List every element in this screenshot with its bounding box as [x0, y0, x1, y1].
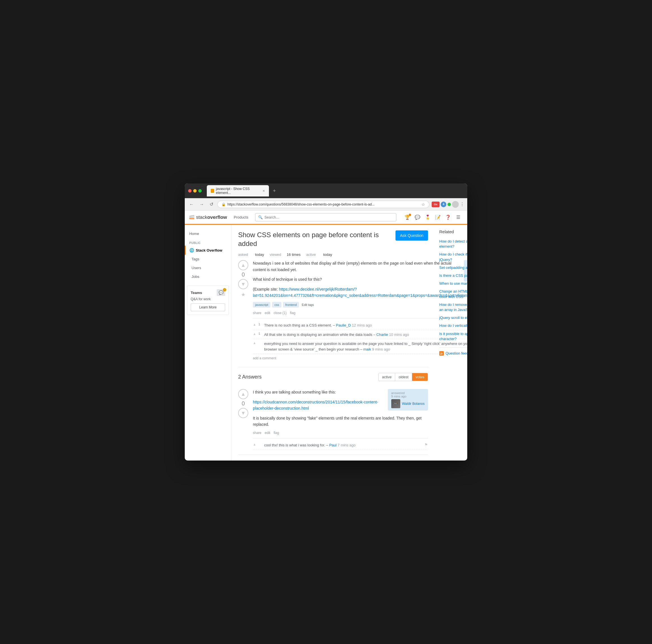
tags-label: Tags — [192, 257, 199, 261]
answer-upvote-button[interactable]: ▲ — [238, 389, 248, 399]
answer-vote-column: ▲ 0 ▼ — [238, 389, 248, 450]
comment-2-user[interactable]: Charlie — [376, 332, 388, 337]
last-comment-score — [259, 442, 262, 446]
answer-post-actions: share edit flag — [253, 431, 428, 435]
teams-icon: 💬 — [217, 289, 225, 296]
flag-link[interactable]: flag — [290, 311, 295, 315]
comment-3-user[interactable]: maik — [363, 347, 371, 352]
nav-products[interactable]: Products — [232, 214, 250, 221]
ask-question-button[interactable]: Ask Question — [396, 230, 428, 240]
related-item-9[interactable]: Is it possible to apply CSS to half of a… — [439, 330, 467, 343]
achievements-icon[interactable]: 🏆 — [403, 213, 412, 222]
related-item-7[interactable]: jQuery scroll to element — [439, 314, 467, 322]
forward-button[interactable]: → — [198, 201, 206, 208]
address-icons: On 4 ⋮ — [432, 201, 464, 208]
stat-viewed-val: 16 times — [287, 253, 301, 257]
answer-vote-count: 0 — [242, 400, 245, 407]
related-item-6[interactable]: How do I remove a particular element fro… — [439, 301, 467, 314]
sidebar-item-tags[interactable]: Tags — [185, 255, 231, 263]
upvote-button[interactable]: ▲ — [238, 260, 248, 270]
menu-icon[interactable]: ⋮ — [460, 202, 464, 207]
search-icon: 🔍 — [258, 215, 263, 220]
new-tab-button[interactable]: + — [271, 188, 278, 194]
comment-1-upvote[interactable]: ▲ — [253, 323, 256, 327]
tab-oldest[interactable]: oldest — [395, 373, 412, 381]
last-comment-text: cool thx! this is what i was looking for… — [264, 442, 422, 448]
help-icon[interactable]: ❓ — [443, 213, 453, 222]
share-link[interactable]: share — [253, 311, 261, 315]
search-input[interactable] — [265, 215, 393, 220]
minimize-button[interactable] — [193, 189, 197, 192]
review-icon[interactable]: 🎖️ — [423, 213, 432, 222]
related-item-8[interactable]: How do I vertically center text with CSS… — [439, 322, 467, 330]
comment-3-time: 9 mins ago — [372, 347, 390, 352]
inbox-icon[interactable]: 💬 — [413, 213, 422, 222]
answer-user-name[interactable]: Waldir Bolanos — [402, 402, 425, 406]
bookmark-button[interactable]: ★ — [241, 291, 245, 298]
sidebar-section-public: PUBLIC — [185, 238, 231, 246]
comment-2-score: 1 — [259, 332, 262, 335]
hamburger-icon[interactable]: ☰ — [454, 213, 463, 222]
answers-count: 2 Answers — [238, 374, 262, 380]
chat-icon[interactable]: 📝 — [433, 213, 442, 222]
comment-2-upvote[interactable]: ▲ — [253, 332, 256, 336]
back-button[interactable]: ← — [188, 201, 195, 208]
tag-frontend[interactable]: frontend — [283, 302, 299, 308]
related-item-2[interactable]: Set cellpadding and cellspacing in CSS? — [439, 264, 467, 272]
related-item-0[interactable]: How do I detect a click outside an eleme… — [439, 237, 467, 251]
page-title: Show CSS elements on page before content… — [238, 230, 391, 248]
last-comment-upvote[interactable]: ▲ — [253, 442, 256, 446]
question-feed-link[interactable]: Question feed — [445, 351, 467, 355]
content-area: Show CSS elements on page before content… — [232, 225, 435, 461]
answer-share-link[interactable]: share — [253, 431, 261, 435]
related-item-1[interactable]: How do I check if an element is hidden i… — [439, 251, 467, 263]
reload-button[interactable]: ↺ — [208, 201, 215, 208]
bookmark-star-icon[interactable]: ☆ — [422, 202, 425, 207]
answered-label: answered — [391, 391, 425, 395]
url-bar[interactable]: 🔒 https://stackoverflow.com/questions/56… — [217, 201, 429, 208]
answered-time: 9 mins ago — [391, 395, 425, 398]
stat-active-label: active — [306, 253, 321, 257]
answer-edit-link[interactable]: edit — [265, 431, 270, 435]
close-button[interactable] — [188, 189, 192, 192]
edit-link[interactable]: edit — [265, 311, 270, 315]
answer-downvote-button[interactable]: ▼ — [238, 408, 248, 418]
answer-text-2: It is basically done by showing "fake" e… — [253, 415, 428, 428]
last-comment-user[interactable]: Paul — [329, 443, 336, 447]
sidebar-item-home[interactable]: Home — [185, 229, 231, 238]
comment-2-time: 10 mins ago — [389, 332, 409, 337]
answer-user-avatar: 🎮 — [391, 399, 400, 408]
search-box[interactable]: 🔍 — [255, 213, 396, 221]
teams-header: Teams 💬 — [191, 289, 225, 296]
related-item-4[interactable]: When to use margin vs padding in CSS — [439, 280, 467, 287]
active-tab[interactable]: 🔶 javascript - Show CSS element... ✕ — [207, 185, 269, 197]
address-bar: ← → ↺ 🔒 https://stackoverflow.com/questi… — [185, 198, 467, 211]
stat-asked-label: asked — [238, 253, 253, 257]
example-prefix: (Example site: — [253, 287, 279, 291]
answer-body: answered 9 mins ago 🎮 Waldir Bolanos I t… — [253, 389, 428, 450]
comment-1-user[interactable]: Paulie_D — [336, 323, 351, 327]
tab-close-button[interactable]: ✕ — [263, 189, 265, 193]
close-link[interactable]: close (1) — [273, 311, 287, 315]
related-item-5[interactable]: Change an HTML5 input's placeholder colo… — [439, 287, 467, 301]
tab-votes[interactable]: votes — [412, 373, 428, 381]
answer-flag-link[interactable]: flag — [273, 431, 279, 435]
downvote-button[interactable]: ▼ — [238, 279, 248, 289]
tab-active[interactable]: active — [379, 373, 395, 381]
tag-javascript[interactable]: javascript — [253, 302, 270, 308]
vote-column: ▲ 0 ▼ ★ — [238, 260, 248, 362]
answer-link[interactable]: https://cloudcannon.com/deconstructions/… — [253, 400, 378, 411]
sidebar-item-users[interactable]: Users — [185, 263, 231, 272]
learn-more-button[interactable]: Learn More — [191, 303, 225, 311]
so-logo[interactable]: stackoverflow — [189, 214, 227, 220]
related-item-3[interactable]: Is there a CSS parent selector? — [439, 272, 467, 280]
sidebar-item-stackoverflow[interactable]: 🌐 Stack Overflow — [185, 246, 231, 255]
last-comment-flag[interactable]: ⚑ — [424, 442, 428, 447]
last-comment: ▲ cool thx! this is what i was looking f… — [253, 441, 428, 450]
comment-3-upvote[interactable]: ▲ — [253, 341, 256, 345]
edit-tags-link[interactable]: Edit tags — [301, 302, 315, 308]
sidebar-item-jobs[interactable]: Jobs — [185, 272, 231, 281]
user-avatar-icon[interactable] — [452, 201, 459, 208]
fullscreen-button[interactable] — [198, 189, 202, 192]
tag-css[interactable]: css — [272, 302, 281, 308]
